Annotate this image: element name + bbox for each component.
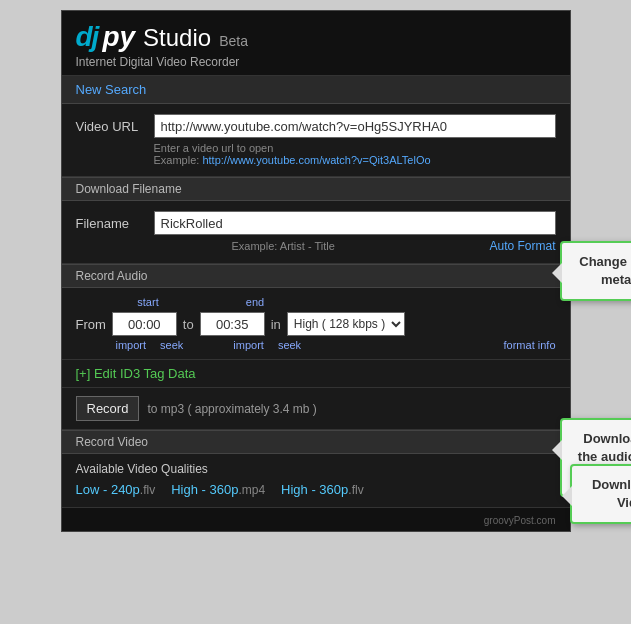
import-link-2[interactable]: import bbox=[233, 339, 264, 351]
metadata-callout: Change detailed metadata bbox=[560, 241, 632, 301]
in-connector: in bbox=[271, 317, 281, 332]
footer: groovyPost.com bbox=[62, 507, 570, 531]
video-url-hint: Enter a video url to open Example: http:… bbox=[154, 142, 556, 166]
video-url-section: Video URL Enter a video url to open Exam… bbox=[62, 104, 570, 177]
available-qualities-label: Available Video Qualities bbox=[76, 462, 556, 476]
end-label: end bbox=[223, 296, 288, 308]
filename-input[interactable] bbox=[154, 211, 556, 235]
quality-ext-0: .flv bbox=[140, 483, 155, 497]
header-subtitle: Internet Digital Video Recorder bbox=[76, 55, 556, 69]
record-note: to mp3 ( approximately 3.4 mb ) bbox=[147, 402, 316, 416]
id3-section: [+] Edit ID3 Tag Data bbox=[62, 360, 570, 388]
app-header: djpy Studio Beta Internet Digital Video … bbox=[62, 11, 570, 76]
format-select[interactable]: High ( 128 kbps ) bbox=[287, 312, 405, 336]
id3-label[interactable]: [+] Edit ID3 Tag Data bbox=[76, 366, 196, 381]
video-url-input[interactable] bbox=[154, 114, 556, 138]
quality-main-0: Low - 240p bbox=[76, 482, 140, 497]
quality-item-1[interactable]: High - 360p.mp4 bbox=[171, 482, 265, 497]
from-label: From bbox=[76, 317, 106, 332]
video-url-example-link[interactable]: http://www.youtube.com/watch?v=Qit3ALTel… bbox=[202, 154, 430, 166]
quality-ext-1: .mp4 bbox=[238, 483, 265, 497]
quality-item-2[interactable]: High - 360p.flv bbox=[281, 482, 364, 497]
start-label: start bbox=[116, 296, 181, 308]
filename-label: Filename bbox=[76, 216, 146, 231]
record-video-header: Record Video bbox=[62, 430, 570, 454]
new-search-button[interactable]: New Search bbox=[76, 82, 147, 97]
logo-dj: dj bbox=[76, 21, 99, 53]
record-section: Record to mp3 ( approximately 3.4 mb ) D… bbox=[62, 388, 570, 430]
seek-link-2[interactable]: seek bbox=[278, 339, 301, 351]
format-info-link[interactable]: format info bbox=[504, 339, 556, 351]
end-time-input[interactable] bbox=[200, 312, 265, 336]
import-link-1[interactable]: import bbox=[116, 339, 147, 351]
record-audio-section: start end From to in High ( 128 kbps ) i… bbox=[62, 288, 570, 360]
filename-example: Example: Artist - Title bbox=[232, 240, 335, 252]
seek-link-1[interactable]: seek bbox=[160, 339, 183, 351]
logo-studio: Studio bbox=[143, 24, 211, 52]
to-connector: to bbox=[183, 317, 194, 332]
auto-format-link[interactable]: Auto Format bbox=[489, 239, 555, 253]
quality-item-0[interactable]: Low - 240p.flv bbox=[76, 482, 156, 497]
quality-main-1: High - 360p bbox=[171, 482, 238, 497]
video-callout: Download the Video bbox=[570, 464, 632, 524]
logo-py: py bbox=[102, 21, 135, 53]
download-filename-section: Filename Example: Artist - Title Auto Fo… bbox=[62, 201, 570, 264]
quality-main-2: High - 360p bbox=[281, 482, 348, 497]
record-audio-header: Record Audio bbox=[62, 264, 570, 288]
quality-ext-2: .flv bbox=[348, 483, 363, 497]
download-filename-header: Download Filename bbox=[62, 177, 570, 201]
record-button[interactable]: Record bbox=[76, 396, 140, 421]
logo-beta: Beta bbox=[219, 33, 248, 49]
video-url-label: Video URL bbox=[76, 119, 146, 134]
start-time-input[interactable] bbox=[112, 312, 177, 336]
video-section: Available Video Qualities Low - 240p.flv… bbox=[62, 454, 570, 507]
quality-row: Low - 240p.flv High - 360p.mp4 High - 36… bbox=[76, 482, 556, 497]
new-search-bar: New Search bbox=[62, 76, 570, 104]
footer-brand: groovyPost.com bbox=[484, 515, 556, 526]
